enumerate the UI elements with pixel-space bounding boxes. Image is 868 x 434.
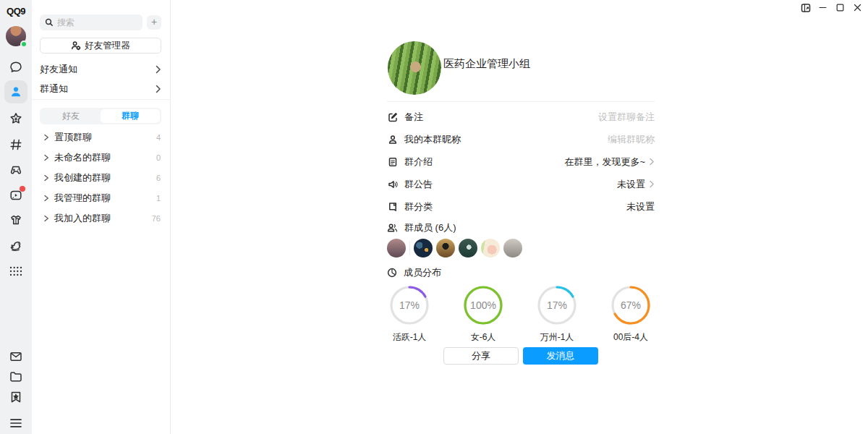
field-row[interactable]: 备注 设置群聊备注	[387, 106, 655, 128]
messages-icon[interactable]	[4, 56, 27, 79]
group-category-row[interactable]: 未命名的群聊 0	[32, 148, 171, 168]
field-row[interactable]: 群分类 未设置	[387, 195, 655, 218]
member-avatar[interactable]	[436, 239, 455, 258]
group-category-row[interactable]: 我创建的群聊 6	[32, 168, 171, 188]
donut-label: 万州-1人	[520, 331, 594, 344]
category-icon	[387, 202, 398, 212]
member-avatar[interactable]	[481, 239, 500, 258]
donut-percent: 100%	[462, 284, 504, 326]
send-message-button[interactable]: 发消息	[523, 347, 598, 365]
pie-chart-icon	[387, 268, 397, 278]
group-category-row[interactable]: 我管理的群聊 1	[32, 188, 171, 208]
chevron-right-icon	[155, 85, 161, 93]
header-divider	[387, 101, 655, 102]
short-video-icon[interactable]	[4, 184, 27, 207]
chevron-right-icon	[649, 180, 655, 188]
member-avatars	[387, 239, 522, 258]
field-value: 设置群聊备注	[598, 111, 655, 124]
search-icon	[45, 18, 54, 27]
apps-grid-icon[interactable]	[4, 260, 27, 283]
field-row[interactable]: 群公告 未设置	[387, 173, 655, 195]
field-row[interactable]: 我的本群昵称 编辑群昵称	[387, 128, 655, 150]
contacts-panel: 搜索 + 好友管理器 好友通知 群通知 好友 群聊 置顶群聊 4	[32, 0, 171, 434]
donut-percent: 17%	[388, 284, 430, 326]
left-rail: QQ9	[0, 0, 32, 434]
group-category-row[interactable]: 我加入的群聊 76	[32, 208, 171, 229]
panel-toggle-icon[interactable]	[800, 2, 811, 13]
friend-manager-icon	[71, 41, 81, 51]
member-avatar-owner[interactable]	[387, 239, 406, 258]
user-avatar[interactable]	[6, 26, 26, 46]
expand-chevron-icon	[43, 174, 49, 182]
panel-separator	[32, 99, 171, 100]
group-count: 4	[156, 133, 161, 142]
group-fields: 备注 设置群聊备注 我的本群昵称 编辑群昵称	[387, 106, 655, 218]
donut-percent: 17%	[536, 284, 578, 326]
field-value: 未设置	[617, 178, 645, 191]
group-notice-row[interactable]: 群通知	[32, 79, 171, 98]
donut-percent: 67%	[610, 284, 652, 326]
nickname-icon	[387, 135, 398, 145]
field-value: 未设置	[626, 200, 655, 213]
group-intro-icon	[387, 157, 398, 167]
member-avatar[interactable]	[459, 239, 477, 258]
expand-chevron-icon	[43, 215, 49, 222]
expand-chevron-icon	[43, 134, 49, 141]
contacts-icon[interactable]	[4, 80, 27, 103]
dress-up-icon[interactable]	[4, 208, 27, 231]
donut-label: 女-6人	[446, 331, 520, 344]
donut-chart: 17% 万州-1人	[520, 284, 594, 344]
expand-chevron-icon	[43, 195, 49, 202]
group-category-list: 置顶群聊 4 未命名的群聊 0 我创建的群聊 6 我管理的群聊 1	[32, 127, 171, 229]
contact-tabs: 好友 群聊	[40, 108, 161, 124]
chevron-right-icon	[155, 65, 161, 74]
member-distribution-charts: 17% 活跃-1人 100% 女-6人	[373, 284, 668, 344]
collections-icon[interactable]	[4, 386, 27, 409]
group-count: 76	[152, 214, 161, 223]
donut-label: 活跃-1人	[373, 331, 446, 344]
donut-chart: 100% 女-6人	[446, 284, 520, 344]
minimize-button[interactable]	[817, 2, 828, 13]
window-controls	[800, 2, 863, 13]
share-button[interactable]: 分享	[443, 347, 519, 365]
tab[interactable]: 好友	[41, 109, 101, 123]
friend-manager-button[interactable]: 好友管理器	[40, 38, 161, 54]
friend-notice-row[interactable]: 好友通知	[32, 59, 171, 79]
duck-icon[interactable]	[4, 234, 27, 258]
group-count: 6	[156, 174, 161, 182]
menu-icon[interactable]	[4, 412, 27, 434]
edit-note-icon	[387, 112, 398, 122]
expand-chevron-icon	[43, 154, 49, 161]
members-section-label: 群成员 (6人)	[387, 221, 456, 234]
donut-chart: 17% 活跃-1人	[373, 284, 446, 344]
channels-hash-icon[interactable]	[4, 133, 27, 156]
app-logo: QQ9	[0, 6, 32, 17]
group-name: 医药企业管理小组	[443, 57, 530, 71]
notification-badge	[20, 186, 25, 192]
qzone-star-icon[interactable]	[4, 107, 27, 130]
group-category-row[interactable]: 置顶群聊 4	[32, 127, 171, 148]
owner-separator	[409, 241, 410, 255]
group-count: 1	[156, 194, 161, 203]
game-controller-icon[interactable]	[4, 158, 27, 182]
add-button[interactable]: +	[147, 15, 161, 30]
donut-chart: 67% 00后-4人	[594, 284, 668, 344]
search-placeholder: 搜索	[57, 17, 75, 29]
field-row[interactable]: 群介绍 在群里，发现更多~	[387, 150, 655, 173]
online-status-dot	[20, 41, 27, 48]
close-button[interactable]	[852, 2, 863, 13]
maximize-button[interactable]	[835, 2, 846, 13]
distribution-section-label: 成员分布	[387, 266, 441, 279]
group-count: 0	[156, 153, 161, 162]
announcement-icon	[387, 179, 398, 190]
field-value: 在群里，发现更多~	[564, 156, 645, 169]
field-value: 编辑群昵称	[608, 133, 655, 146]
tab[interactable]: 群聊	[101, 109, 160, 123]
member-avatar[interactable]	[414, 239, 433, 258]
members-icon	[387, 223, 398, 233]
group-avatar[interactable]	[388, 41, 441, 95]
donut-label: 00后-4人	[594, 331, 668, 344]
member-avatar[interactable]	[503, 239, 522, 258]
chevron-right-icon	[649, 158, 655, 166]
search-input[interactable]: 搜索	[40, 14, 142, 30]
